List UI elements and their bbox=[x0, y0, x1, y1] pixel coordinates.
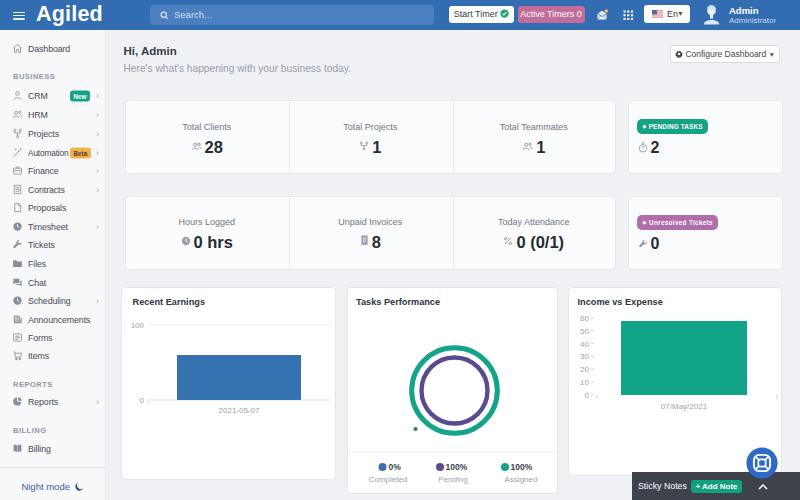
svg-text:Pending: Pending bbox=[438, 475, 467, 484]
svg-text:100: 100 bbox=[131, 321, 145, 330]
svg-text:50: 50 bbox=[580, 327, 589, 336]
svg-text:2021-05-07: 2021-05-07 bbox=[219, 406, 260, 415]
svg-text:100%: 100% bbox=[446, 462, 468, 472]
svg-text:10: 10 bbox=[580, 378, 589, 387]
svg-text:40: 40 bbox=[580, 340, 589, 349]
svg-text:Assigned: Assigned bbox=[505, 475, 538, 484]
svg-text:60: 60 bbox=[580, 314, 589, 323]
svg-text:07/May/2021: 07/May/2021 bbox=[661, 402, 708, 411]
svg-text:20: 20 bbox=[580, 365, 589, 374]
svg-text:Completed: Completed bbox=[369, 475, 408, 484]
svg-text:100%: 100% bbox=[511, 462, 533, 472]
svg-text:0%: 0% bbox=[389, 462, 402, 472]
svg-text:0: 0 bbox=[140, 396, 145, 405]
svg-text:0: 0 bbox=[585, 391, 590, 400]
svg-text:30: 30 bbox=[580, 352, 589, 361]
